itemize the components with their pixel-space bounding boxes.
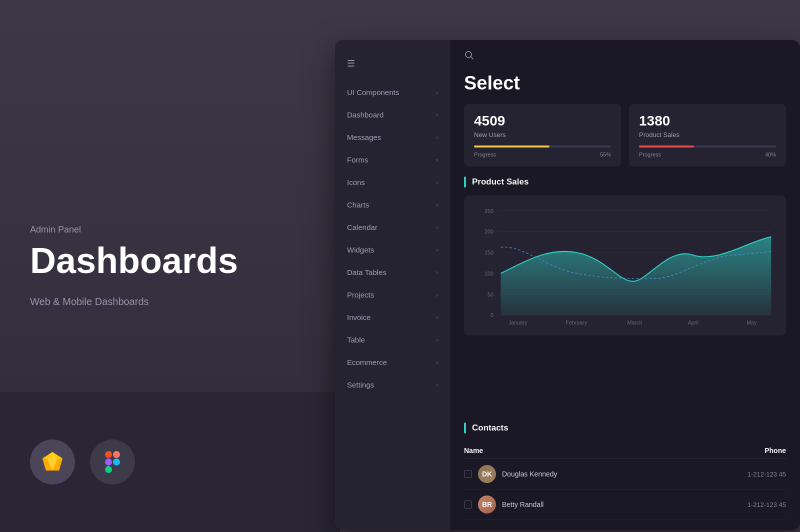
chevron-icon: ›: [436, 179, 438, 186]
search-icon[interactable]: [464, 50, 474, 62]
contact-phone-dk: 1-212-123 45: [748, 470, 786, 478]
sidebar-item-ui-components[interactable]: UI Components ›: [335, 81, 450, 104]
progress-fill-users: [474, 146, 550, 148]
svg-text:250: 250: [484, 208, 494, 214]
chevron-icon: ›: [436, 202, 438, 208]
svg-text:150: 150: [484, 250, 494, 256]
sketch-icon[interactable]: [30, 440, 75, 484]
chevron-icon: ›: [436, 134, 438, 141]
sidebar-item-icons[interactable]: Icons ›: [335, 171, 450, 194]
sidebar-item-calendar[interactable]: Calendar ›: [335, 216, 450, 238]
stat-label-users: New Users: [474, 131, 611, 138]
sidebar-item-table[interactable]: Table ›: [335, 328, 450, 351]
contact-name-dk: Douglas Kennedy: [502, 470, 558, 478]
contacts-section: Contacts Name Phone DK Douglas Kennedy 1…: [450, 422, 800, 530]
chevron-icon: ›: [436, 382, 438, 388]
checkbox-br[interactable]: [464, 500, 472, 508]
svg-rect-6: [105, 451, 112, 458]
svg-text:March: March: [628, 320, 642, 326]
progress-pct-sales: 40%: [765, 152, 776, 158]
chevron-icon: ›: [436, 359, 438, 366]
sidebar-item-forms[interactable]: Forms ›: [335, 148, 450, 171]
progress-bar-users: [474, 146, 611, 148]
chevron-icon: ›: [436, 89, 438, 96]
chevron-icon: ›: [436, 292, 438, 298]
sidebar-item-charts[interactable]: Charts ›: [335, 194, 450, 216]
svg-rect-8: [105, 458, 112, 466]
content-header: [450, 40, 800, 72]
chevron-icon: ›: [436, 246, 438, 254]
admin-label: Admin Panel: [30, 224, 310, 235]
avatar-br: BR: [478, 496, 496, 514]
main-window: ☰ UI Components › Dashboard › Messages ›…: [335, 40, 800, 530]
table-header: Name Phone: [464, 442, 786, 459]
progress-bar-sales: [639, 146, 776, 148]
sidebar-item-ecommerce[interactable]: Ecommerce ›: [335, 351, 450, 374]
sidebar-item-dashboard[interactable]: Dashboard ›: [335, 104, 450, 126]
avatar-dk: DK: [478, 465, 496, 483]
sidebar-header: ☰: [335, 50, 450, 81]
chart-section-header: Product Sales: [464, 176, 786, 188]
stat-label-sales: Product Sales: [639, 131, 776, 138]
contacts-section-header: Contacts: [464, 422, 786, 434]
stat-card-users: 4509 New Users Progress 55%: [464, 104, 621, 166]
figma-icon[interactable]: [90, 440, 135, 484]
svg-text:January: January: [508, 320, 528, 326]
svg-rect-7: [113, 451, 120, 458]
contact-name-br: Betty Randall: [502, 500, 544, 508]
svg-point-10: [113, 458, 120, 466]
table-row: BR Betty Randall 1-212-123 45: [464, 490, 786, 520]
chevron-icon: ›: [436, 112, 438, 118]
table-row: DK Douglas Kennedy 1-212-123 45: [464, 459, 786, 490]
checkbox-dk[interactable]: [464, 470, 472, 478]
sidebar-nav: UI Components › Dashboard › Messages › F…: [335, 81, 450, 530]
progress-row-sales: Progress 40%: [639, 152, 776, 158]
chart-title: Product Sales: [472, 177, 528, 187]
sidebar-item-projects[interactable]: Projects ›: [335, 284, 450, 306]
sidebar-item-invoice[interactable]: Invoice ›: [335, 306, 450, 328]
chevron-icon: ›: [436, 314, 438, 321]
svg-text:February: February: [566, 320, 587, 326]
stat-number-users: 4509: [474, 113, 611, 129]
progress-row-users: Progress 55%: [474, 152, 611, 158]
progress-pct-users: 55%: [600, 152, 611, 158]
dashboards-title: Dashboards: [30, 241, 310, 280]
svg-text:May: May: [746, 320, 757, 326]
sidebar-item-messages[interactable]: Messages ›: [335, 126, 450, 148]
sidebar-item-data-tables[interactable]: Data Tables ›: [335, 261, 450, 284]
svg-text:April: April: [688, 320, 698, 326]
chevron-icon: ›: [436, 224, 438, 231]
contacts-accent-bar: [464, 422, 466, 434]
svg-text:0: 0: [490, 312, 494, 318]
left-bottom: [0, 392, 340, 532]
stat-card-sales: 1380 Product Sales Progress 40%: [629, 104, 786, 166]
chart-area: 250 200 150 100 50 0 January February Ma…: [464, 196, 786, 336]
stats-row: 4509 New Users Progress 55% 1380 Product…: [450, 104, 800, 176]
col-phone: Phone: [764, 446, 786, 454]
svg-text:100: 100: [484, 270, 494, 276]
svg-text:200: 200: [484, 228, 494, 234]
col-name: Name: [464, 446, 483, 454]
chart-section: Product Sales 250 200 150 100 50: [450, 176, 800, 422]
row-left-dk: DK Douglas Kennedy: [464, 465, 558, 483]
main-content: Select 4509 New Users Progress 55% 1380 …: [450, 40, 800, 530]
contacts-title: Contacts: [472, 423, 508, 433]
row-left-br: BR Betty Randall: [464, 496, 544, 514]
sidebar: ☰ UI Components › Dashboard › Messages ›…: [335, 40, 450, 530]
svg-line-12: [471, 57, 474, 60]
chevron-icon: ›: [436, 336, 438, 344]
subtitle: Web & Mobile Dashboards: [30, 296, 310, 308]
chevron-icon: ›: [436, 156, 438, 164]
svg-text:50: 50: [488, 291, 494, 297]
progress-label-users: Progress: [474, 152, 496, 158]
sidebar-item-widgets[interactable]: Widgets ›: [335, 238, 450, 261]
accent-bar: [464, 176, 466, 188]
sidebar-item-settings[interactable]: Settings ›: [335, 374, 450, 396]
page-title: Select: [450, 72, 800, 104]
contact-phone-br: 1-212-123 45: [748, 501, 786, 508]
progress-label-sales: Progress: [639, 152, 661, 158]
chevron-icon: ›: [436, 269, 438, 276]
stat-number-sales: 1380: [639, 113, 776, 129]
hamburger-icon[interactable]: ☰: [347, 58, 355, 69]
progress-fill-sales: [639, 146, 694, 148]
